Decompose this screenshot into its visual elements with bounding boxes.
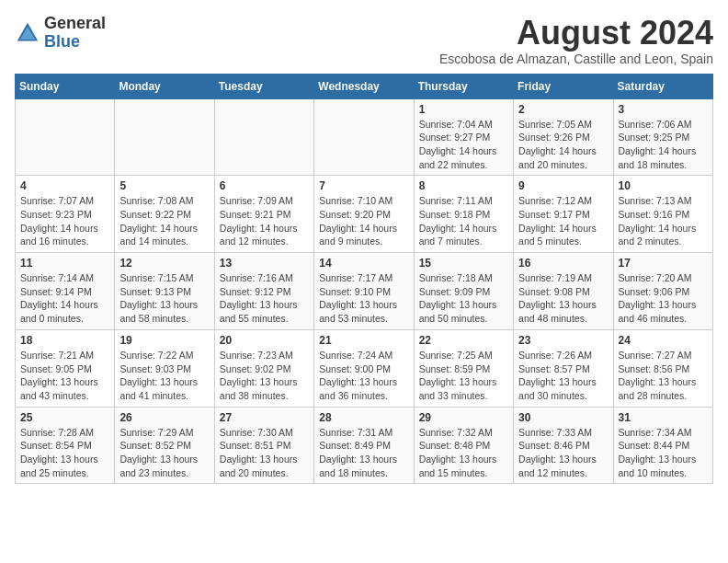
day-info: Sunrise: 7:09 AM Sunset: 9:21 PM Dayligh… <box>220 194 309 248</box>
day-number: 12 <box>119 257 209 270</box>
day-info: Sunrise: 7:24 AM Sunset: 9:00 PM Dayligh… <box>319 349 408 403</box>
day-number: 2 <box>518 103 608 116</box>
day-info: Sunrise: 7:17 AM Sunset: 9:10 PM Dayligh… <box>319 271 408 326</box>
calendar-cell: 1Sunrise: 7:04 AM Sunset: 9:27 PM Daylig… <box>414 98 513 176</box>
day-info: Sunrise: 7:10 AM Sunset: 9:20 PM Dayligh… <box>319 194 408 248</box>
day-info: Sunrise: 7:08 AM Sunset: 9:22 PM Dayligh… <box>119 194 209 248</box>
logo: General Blue <box>15 15 106 52</box>
day-info: Sunrise: 7:26 AM Sunset: 8:57 PM Dayligh… <box>518 349 608 403</box>
day-info: Sunrise: 7:34 AM Sunset: 8:44 PM Dayligh… <box>619 426 708 480</box>
logo-text: General Blue <box>44 15 106 52</box>
calendar-week-row: 25Sunrise: 7:28 AM Sunset: 8:54 PM Dayli… <box>16 407 713 484</box>
day-number: 16 <box>518 257 608 270</box>
day-number: 25 <box>20 411 109 424</box>
day-info: Sunrise: 7:28 AM Sunset: 8:54 PM Dayligh… <box>20 426 109 480</box>
calendar-cell: 12Sunrise: 7:15 AM Sunset: 9:13 PM Dayli… <box>115 253 214 330</box>
calendar-cell: 4Sunrise: 7:07 AM Sunset: 9:23 PM Daylig… <box>16 176 115 253</box>
logo-blue: Blue <box>44 32 80 51</box>
calendar-cell <box>115 98 214 176</box>
day-number: 11 <box>20 257 109 270</box>
day-of-week-header: Sunday <box>16 74 115 98</box>
day-number: 21 <box>319 334 408 347</box>
day-info: Sunrise: 7:05 AM Sunset: 9:26 PM Dayligh… <box>518 118 608 172</box>
day-info: Sunrise: 7:14 AM Sunset: 9:14 PM Dayligh… <box>20 271 109 326</box>
day-number: 31 <box>619 411 708 424</box>
calendar-cell: 24Sunrise: 7:27 AM Sunset: 8:56 PM Dayli… <box>613 329 712 407</box>
calendar-week-row: 1Sunrise: 7:04 AM Sunset: 9:27 PM Daylig… <box>16 98 713 176</box>
day-number: 28 <box>319 411 408 424</box>
calendar-cell: 2Sunrise: 7:05 AM Sunset: 9:26 PM Daylig… <box>514 98 613 176</box>
calendar-week-row: 18Sunrise: 7:21 AM Sunset: 9:05 PM Dayli… <box>16 329 713 407</box>
day-number: 22 <box>419 334 508 347</box>
day-number: 17 <box>619 257 708 270</box>
day-info: Sunrise: 7:16 AM Sunset: 9:12 PM Dayligh… <box>220 271 309 326</box>
day-number: 29 <box>419 411 508 424</box>
calendar-cell <box>16 98 115 176</box>
day-number: 1 <box>419 103 508 116</box>
calendar-cell: 25Sunrise: 7:28 AM Sunset: 8:54 PM Dayli… <box>16 407 115 484</box>
day-info: Sunrise: 7:07 AM Sunset: 9:23 PM Dayligh… <box>20 194 109 248</box>
logo-general: General <box>44 14 106 32</box>
day-info: Sunrise: 7:15 AM Sunset: 9:13 PM Dayligh… <box>119 271 209 326</box>
day-of-week-header: Tuesday <box>214 74 313 98</box>
calendar-week-row: 11Sunrise: 7:14 AM Sunset: 9:14 PM Dayli… <box>16 253 713 330</box>
calendar-table: SundayMondayTuesdayWednesdayThursdayFrid… <box>15 74 713 485</box>
day-number: 19 <box>119 334 209 347</box>
day-info: Sunrise: 7:25 AM Sunset: 8:59 PM Dayligh… <box>419 349 508 403</box>
calendar-cell: 9Sunrise: 7:12 AM Sunset: 9:17 PM Daylig… <box>514 176 613 253</box>
day-number: 23 <box>518 334 608 347</box>
calendar-cell: 30Sunrise: 7:33 AM Sunset: 8:46 PM Dayli… <box>514 407 613 484</box>
day-info: Sunrise: 7:12 AM Sunset: 9:17 PM Dayligh… <box>518 194 608 248</box>
calendar-cell: 19Sunrise: 7:22 AM Sunset: 9:03 PM Dayli… <box>115 329 214 407</box>
day-number: 14 <box>319 257 408 270</box>
calendar-cell <box>314 98 414 176</box>
calendar-cell: 26Sunrise: 7:29 AM Sunset: 8:52 PM Dayli… <box>115 407 214 484</box>
calendar-cell: 18Sunrise: 7:21 AM Sunset: 9:05 PM Dayli… <box>16 329 115 407</box>
day-of-week-header: Saturday <box>613 74 712 98</box>
day-number: 4 <box>20 179 109 192</box>
day-info: Sunrise: 7:23 AM Sunset: 9:02 PM Dayligh… <box>220 349 309 403</box>
day-info: Sunrise: 7:20 AM Sunset: 9:06 PM Dayligh… <box>619 271 708 326</box>
calendar-cell: 10Sunrise: 7:13 AM Sunset: 9:16 PM Dayli… <box>613 176 712 253</box>
day-info: Sunrise: 7:32 AM Sunset: 8:48 PM Dayligh… <box>419 426 508 480</box>
day-number: 3 <box>619 103 708 116</box>
day-of-week-header: Wednesday <box>314 74 414 98</box>
calendar-cell: 15Sunrise: 7:18 AM Sunset: 9:09 PM Dayli… <box>414 253 513 330</box>
calendar-cell: 27Sunrise: 7:30 AM Sunset: 8:51 PM Dayli… <box>214 407 313 484</box>
calendar-cell: 3Sunrise: 7:06 AM Sunset: 9:25 PM Daylig… <box>613 98 712 176</box>
page-header: General Blue August 2024 Escobosa de Alm… <box>15 15 713 66</box>
day-number: 20 <box>220 334 309 347</box>
title-area: August 2024 Escobosa de Almazan, Castill… <box>439 15 713 66</box>
calendar-cell: 31Sunrise: 7:34 AM Sunset: 8:44 PM Dayli… <box>613 407 712 484</box>
calendar-cell: 11Sunrise: 7:14 AM Sunset: 9:14 PM Dayli… <box>16 253 115 330</box>
day-number: 15 <box>419 257 508 270</box>
day-number: 9 <box>518 179 608 192</box>
calendar-cell: 28Sunrise: 7:31 AM Sunset: 8:49 PM Dayli… <box>314 407 414 484</box>
month-year: August 2024 <box>439 15 713 52</box>
calendar-cell: 21Sunrise: 7:24 AM Sunset: 9:00 PM Dayli… <box>314 329 414 407</box>
location: Escobosa de Almazan, Castille and Leon, … <box>439 52 713 66</box>
days-of-week-row: SundayMondayTuesdayWednesdayThursdayFrid… <box>16 74 713 98</box>
calendar-cell: 8Sunrise: 7:11 AM Sunset: 9:18 PM Daylig… <box>414 176 513 253</box>
calendar-cell: 16Sunrise: 7:19 AM Sunset: 9:08 PM Dayli… <box>514 253 613 330</box>
calendar-cell: 29Sunrise: 7:32 AM Sunset: 8:48 PM Dayli… <box>414 407 513 484</box>
day-number: 7 <box>319 179 408 192</box>
day-of-week-header: Friday <box>514 74 613 98</box>
day-number: 13 <box>220 257 309 270</box>
day-number: 8 <box>419 179 508 192</box>
day-info: Sunrise: 7:33 AM Sunset: 8:46 PM Dayligh… <box>518 426 608 480</box>
logo-icon <box>15 20 40 46</box>
day-number: 30 <box>518 411 608 424</box>
calendar-cell: 17Sunrise: 7:20 AM Sunset: 9:06 PM Dayli… <box>613 253 712 330</box>
day-info: Sunrise: 7:31 AM Sunset: 8:49 PM Dayligh… <box>319 426 408 480</box>
day-info: Sunrise: 7:30 AM Sunset: 8:51 PM Dayligh… <box>220 426 309 480</box>
calendar-cell: 6Sunrise: 7:09 AM Sunset: 9:21 PM Daylig… <box>214 176 313 253</box>
day-info: Sunrise: 7:11 AM Sunset: 9:18 PM Dayligh… <box>419 194 508 248</box>
day-number: 5 <box>119 179 209 192</box>
day-number: 10 <box>619 179 708 192</box>
calendar-cell: 22Sunrise: 7:25 AM Sunset: 8:59 PM Dayli… <box>414 329 513 407</box>
day-info: Sunrise: 7:27 AM Sunset: 8:56 PM Dayligh… <box>619 349 708 403</box>
calendar-cell: 23Sunrise: 7:26 AM Sunset: 8:57 PM Dayli… <box>514 329 613 407</box>
day-number: 26 <box>119 411 209 424</box>
calendar-cell: 13Sunrise: 7:16 AM Sunset: 9:12 PM Dayli… <box>214 253 313 330</box>
